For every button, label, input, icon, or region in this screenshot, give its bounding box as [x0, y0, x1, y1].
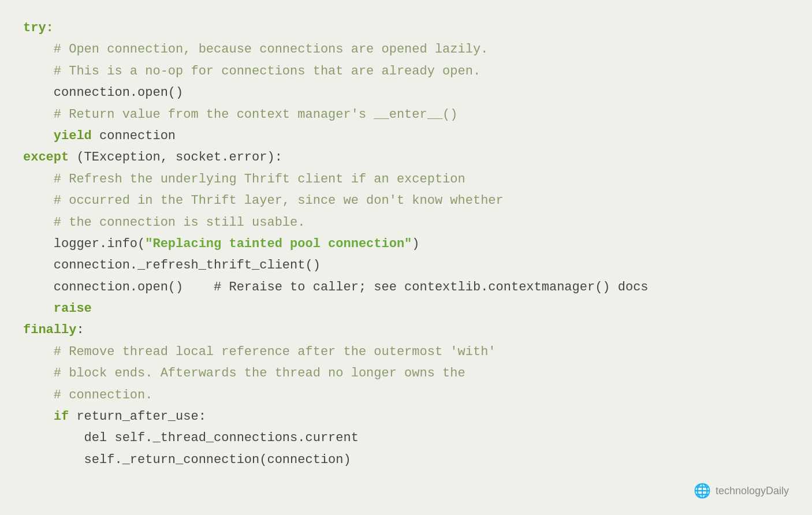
- code-line: # connection.: [23, 385, 789, 406]
- code-token: try:: [23, 21, 54, 35]
- code-token: connection._refresh_thrift_client(): [23, 258, 321, 273]
- code-token: # Refresh the underlying Thrift client i…: [23, 172, 465, 186]
- code-token: # the connection is still usable.: [23, 215, 305, 230]
- code-token: [23, 409, 54, 424]
- code-line: connection.open() # Reraise to caller; s…: [23, 277, 789, 298]
- code-token: (TException, socket.error):: [69, 150, 282, 165]
- code-line: # block ends. Afterwards the thread no l…: [23, 363, 789, 384]
- code-token: # Return value from the context manager'…: [23, 107, 458, 122]
- code-token: raise: [54, 301, 92, 316]
- code-token: del self._thread_connections.current: [23, 431, 359, 445]
- code-token: # Open connection, because connections a…: [23, 42, 488, 57]
- code-line: if return_after_use:: [23, 406, 789, 427]
- watermark: 🌐 technologyDaily: [694, 483, 789, 499]
- code-token: self._return_connection(connection): [23, 453, 351, 467]
- code-line: # Open connection, because connections a…: [23, 39, 789, 60]
- code-token: if: [54, 409, 69, 424]
- code-token: connection.open(): [23, 85, 183, 100]
- code-token: :: [76, 323, 84, 337]
- code-line: try:: [23, 17, 789, 39]
- code-token: # block ends. Afterwards the thread no l…: [23, 366, 465, 380]
- code-token: yield: [54, 129, 92, 143]
- code-token: [23, 301, 54, 316]
- code-token: ): [412, 237, 419, 251]
- code-line: # This is a no-op for connections that a…: [23, 61, 789, 82]
- code-line: # Return value from the context manager'…: [23, 104, 789, 125]
- code-line: yield connection: [23, 125, 789, 147]
- code-line: # the connection is still usable.: [23, 212, 789, 233]
- code-token: # Remove thread local reference after th…: [23, 345, 496, 359]
- code-token: return_after_use:: [69, 409, 206, 424]
- code-line: # Remove thread local reference after th…: [23, 341, 789, 363]
- code-line: raise: [23, 298, 789, 319]
- code-token: # occurred in the Thrift layer, since we…: [23, 193, 504, 208]
- code-line: # occurred in the Thrift layer, since we…: [23, 190, 789, 211]
- code-token: except: [23, 150, 69, 165]
- code-block: try: # Open connection, because connecti…: [23, 17, 789, 471]
- code-line: connection._refresh_thrift_client(): [23, 255, 789, 276]
- code-token: [23, 129, 54, 143]
- watermark-text: technologyDaily: [716, 485, 789, 497]
- code-token: connection: [92, 129, 176, 143]
- code-token: finally: [23, 323, 76, 337]
- code-token: # connection.: [23, 388, 152, 402]
- code-token: "Replacing tainted pool connection": [145, 237, 412, 251]
- code-token: connection.open() # Reraise to caller; s…: [23, 280, 649, 294]
- watermark-icon: 🌐: [694, 483, 711, 499]
- code-token: # This is a no-op for connections that a…: [23, 64, 481, 79]
- code-line: connection.open(): [23, 82, 789, 103]
- code-line: finally:: [23, 319, 789, 341]
- code-token: logger.info(: [23, 237, 145, 251]
- code-line: except (TException, socket.error):: [23, 147, 789, 168]
- code-line: self._return_connection(connection): [23, 449, 789, 471]
- code-line: logger.info("Replacing tainted pool conn…: [23, 233, 789, 255]
- code-line: # Refresh the underlying Thrift client i…: [23, 169, 789, 190]
- code-line: del self._thread_connections.current: [23, 427, 789, 449]
